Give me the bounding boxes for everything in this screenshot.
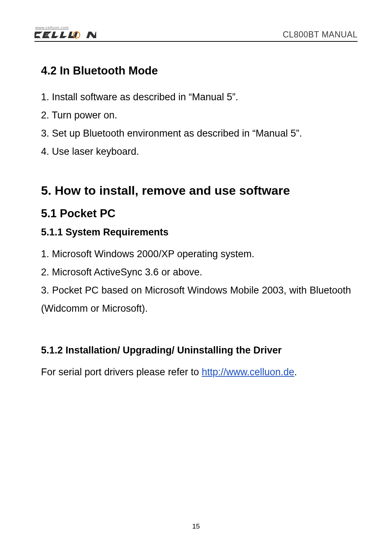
list-item: 2. Turn power on.: [41, 106, 351, 125]
text-before-link: For serial port drivers please refer to: [41, 367, 202, 377]
list-item: 1. Install software as described in “Man…: [41, 88, 351, 106]
document-page: www.celluon.com CL800BT MA: [0, 0, 392, 381]
heading-5-1-2: 5.1.2 Installation/ Upgrading/ Uninstall…: [41, 345, 351, 356]
heading-5-1: 5.1 Pocket PC: [41, 207, 351, 220]
celluon-link[interactable]: http://www.celluon.de: [202, 367, 294, 377]
list-item: 2. Microsoft ActiveSync 3.6 or above.: [41, 263, 351, 282]
heading-4-2: 4.2 In Bluetooth Mode: [41, 64, 351, 77]
list-item: 1. Microsoft Windows 2000/XP operating s…: [41, 245, 351, 263]
logo-wordmark: [34, 30, 96, 40]
page-header: www.celluon.com CL800BT MA: [34, 25, 358, 42]
page-number: 15: [0, 522, 392, 530]
page-content: 4.2 In Bluetooth Mode 1. Install softwar…: [34, 64, 358, 381]
list-item: 3. Pocket PC based on Microsoft Windows …: [41, 282, 351, 318]
heading-5-1-1: 5.1.1 System Requirements: [41, 227, 351, 238]
driver-reference-line: For serial port drivers please refer to …: [41, 363, 351, 381]
text-after-link: .: [294, 367, 297, 377]
list-item: 4. Use laser keyboard.: [41, 143, 351, 161]
heading-5: 5. How to install, remove and use softwa…: [41, 183, 351, 198]
logo-url: www.celluon.com: [35, 25, 96, 30]
brand-logo: www.celluon.com: [34, 25, 96, 40]
manual-title: CL800BT MANUAL: [283, 30, 358, 40]
list-item: 3. Set up Bluetooth environment as descr…: [41, 125, 351, 143]
